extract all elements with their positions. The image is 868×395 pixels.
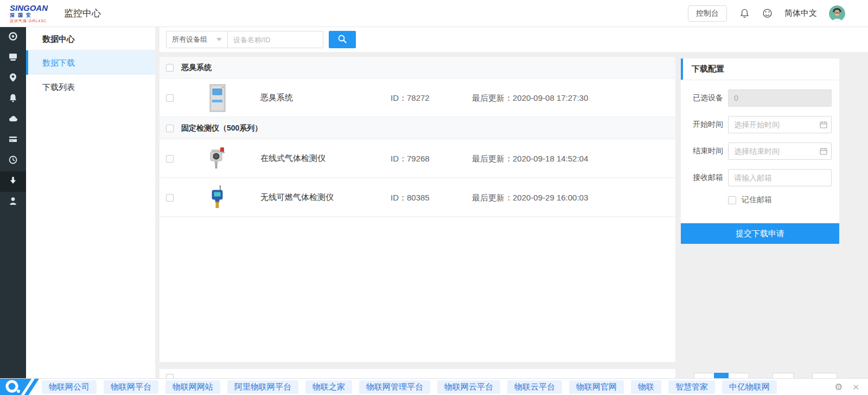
app-logo: SINGOAN 深国安 深圳气体 GRL43C [10,4,53,23]
selected-devices-input [728,89,832,107]
page-title: 监控中心 [64,7,101,20]
remember-email-checkbox[interactable] [728,196,736,204]
menu-sidebar: 数据中心 数据下载 下载列表 [26,27,155,378]
cloud-icon [8,114,18,126]
group-header: 固定检测仪（500系列） [159,118,675,139]
remember-email-label: 记住邮箱 [742,195,772,205]
console-button[interactable]: 控制台 [688,5,727,22]
device-list-panel: 恶臭系统 恶臭系统 ID：78272 最后更新：2020-09-08 17:27… [159,57,675,362]
user-icon [8,196,18,208]
submit-download-button[interactable]: 提交下载申请 [681,223,839,244]
theme-palette-icon[interactable] [762,8,773,19]
bell-icon [8,93,18,105]
email-input[interactable] [728,169,832,186]
device-image-wireless-gas-detector [208,183,227,212]
end-time-input[interactable] [728,143,832,160]
footer-link[interactable]: 智慧管家 [668,380,715,394]
top-bar: SINGOAN 深国安 深圳气体 GRL43C 监控中心 控制台 简体中文 [0,0,868,27]
logo-cn-name: 深国安 [10,13,53,18]
device-row: 恶臭系统 ID：78272 最后更新：2020-09-08 17:27:30 [159,79,675,118]
email-label: 接收邮箱 [686,173,723,183]
rail-item-alarm[interactable] [0,89,26,109]
device-id: ID：78272 [391,93,430,103]
rail-item-screen[interactable] [0,48,26,68]
device-checkbox[interactable] [166,194,174,202]
download-config-panel: 下载配置 已选设备 开始时间 结束时间 接收邮箱 记住邮箱 提交下载申请 [681,59,839,244]
user-avatar[interactable] [829,5,845,22]
device-search-input[interactable] [228,31,323,48]
rail-item-download[interactable] [0,171,26,192]
device-group-select-value: 所有设备组 [172,35,207,44]
config-header: 下载配置 [681,59,839,80]
footer-links: 物联网公司 物联网平台 物联网网站 阿里物联网平台 物联之家 物联网管理平台 物… [42,380,777,394]
search-toolbar: 所有设备组 [159,27,868,52]
footer-link[interactable]: 阿里物联网平台 [227,380,298,394]
rail-item-card[interactable] [0,130,26,151]
group-header: 恶臭系统 [159,57,675,79]
gear-icon[interactable]: ⚙ [834,383,843,392]
chevron-down-icon [216,38,222,41]
logo-brand-text: SINGOAN [10,4,53,12]
device-name: 在线式气体检测仪 [260,153,326,164]
device-updated: 最后更新：2020-09-29 16:00:03 [472,193,588,203]
device-image-online-gas-detector [208,144,227,173]
notification-bell-icon[interactable] [739,8,750,19]
group-name: 固定检测仪（500系列） [181,124,262,133]
footer-link[interactable]: 物联网云平台 [437,380,500,394]
footer-link[interactable]: 中亿物联网 [722,380,777,394]
footer-link[interactable]: 物联云平台 [507,380,562,394]
start-time-input[interactable] [728,116,832,133]
download-arrow-icon [8,176,18,187]
close-icon[interactable]: ✕ [852,383,859,391]
language-selector[interactable]: 简体中文 [784,8,817,18]
rail-item-location[interactable] [0,68,26,89]
rail-item-user[interactable] [0,192,26,212]
icon-rail [0,27,26,378]
sidebar-item-data-download[interactable]: 数据下载 [26,50,155,75]
card-icon [8,134,18,146]
logo-tagline: 深圳气体 GRL43C [10,19,53,23]
footer-link[interactable]: 物联 [631,380,661,394]
group-checkbox[interactable] [166,64,174,72]
footer-link[interactable]: 物联网平台 [104,380,158,394]
rail-item-monitor[interactable] [0,27,26,48]
footer-link[interactable]: 物联网网站 [165,380,220,394]
device-id: ID：80385 [391,193,430,203]
device-id: ID：79268 [391,154,430,164]
search-icon [337,34,348,46]
record-icon [8,31,18,43]
screen-icon [8,52,18,64]
group-checkbox[interactable] [166,125,174,132]
device-name: 恶臭系统 [260,93,293,103]
footer-bar: 物联网公司 物联网平台 物联网网站 阿里物联网平台 物联之家 物联网管理平台 物… [0,378,868,395]
start-time-label: 开始时间 [686,120,723,129]
cutoff-bottom-panel [159,369,675,378]
menu-section-title: 数据中心 [26,27,155,50]
search-button[interactable] [329,31,356,48]
selected-devices-label: 已选设备 [686,93,723,103]
rail-item-cloud[interactable] [0,109,26,130]
device-group-select[interactable]: 所有设备组 [166,31,228,48]
footer-link[interactable]: 物联网官网 [569,380,624,394]
rail-item-history[interactable] [0,151,26,171]
footer-link[interactable]: 物联网管理平台 [359,380,430,394]
device-checkbox[interactable] [166,94,174,102]
sidebar-item-download-list[interactable]: 下载列表 [26,75,155,99]
footer-logo [0,379,57,395]
footer-link[interactable]: 物联之家 [305,380,352,394]
clock-icon [8,155,18,167]
device-updated: 最后更新：2020-09-08 17:27:30 [472,93,588,103]
end-time-label: 结束时间 [686,146,723,156]
group-name: 恶臭系统 [181,63,212,73]
device-row: 在线式气体检测仪 ID：79268 最后更新：2020-09-18 14:52:… [159,139,675,178]
device-row: 无线可燃气体检测仪 ID：80385 最后更新：2020-09-29 16:00… [159,178,675,217]
config-title: 下载配置 [692,64,724,74]
location-pin-icon [8,73,18,85]
device-name: 无线可燃气体检测仪 [260,192,334,203]
device-checkbox[interactable] [166,155,174,163]
device-updated: 最后更新：2020-09-18 14:52:04 [472,154,588,164]
device-image-odor-system [208,83,227,113]
